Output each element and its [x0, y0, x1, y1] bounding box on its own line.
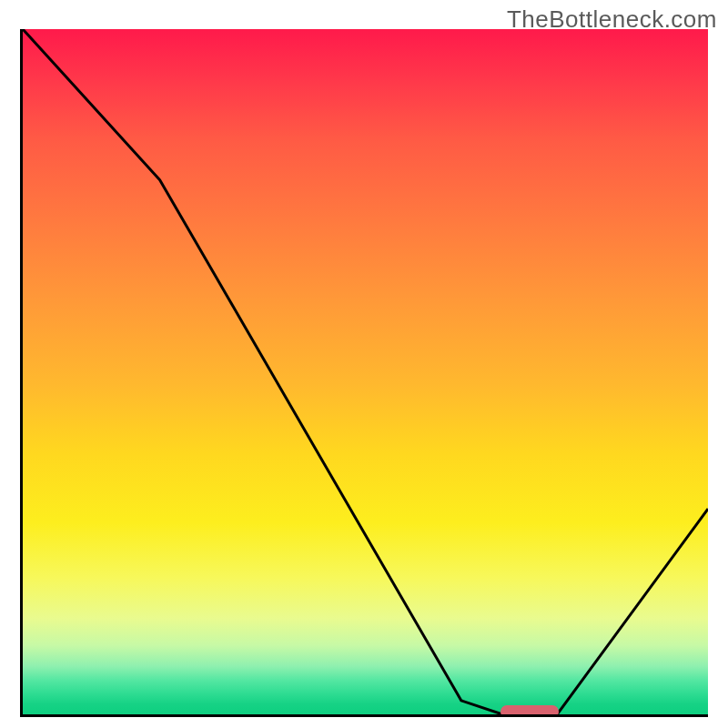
chart-frame: TheBottleneck.com [0, 0, 728, 728]
curve-path [23, 29, 708, 714]
curve-svg [23, 29, 708, 714]
plot-area [20, 29, 708, 717]
highlight-marker [500, 705, 559, 717]
